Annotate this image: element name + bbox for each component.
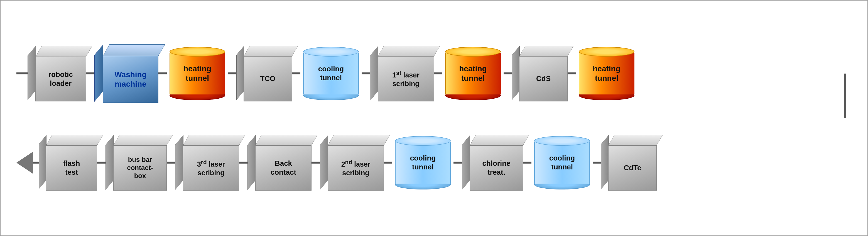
- bus-bar-label: bus barcontact-box: [127, 156, 153, 180]
- tco: TCO: [236, 46, 292, 101]
- cds-label: CdS: [536, 75, 551, 83]
- cr0: [33, 161, 39, 164]
- superscript-3: rd: [201, 159, 207, 165]
- superscript-2: nd: [345, 159, 352, 165]
- c6: [434, 72, 442, 75]
- cooling-tunnel-2: coolingtunnel: [392, 136, 454, 189]
- heating-tunnel-2: heatingtunnel: [442, 47, 504, 100]
- back-contact: Backcontact: [247, 135, 311, 190]
- cr7: [523, 161, 531, 164]
- c5: [362, 72, 370, 75]
- c4: [292, 72, 300, 75]
- bus-bar: bus barcontact-box: [105, 135, 167, 190]
- laser-scribing-1: 1st laserscribing: [370, 46, 434, 101]
- heating-tunnel-1: heatingtunnel: [167, 47, 228, 100]
- diagram-container: roboticloader Washingmachine heatingtunn…: [0, 0, 868, 236]
- chlorine-treat: chlorinetreat.: [462, 135, 523, 190]
- c7: [504, 72, 512, 75]
- cr1: [97, 161, 105, 164]
- cdte-label: CdTe: [624, 164, 641, 172]
- cr8: [593, 161, 601, 164]
- laser-scribing-3-label: 3rd laserscribing: [197, 159, 225, 177]
- c2: [158, 72, 167, 75]
- c1: [86, 72, 94, 75]
- laser-scribing-2: 2nd laserscribing: [320, 135, 384, 190]
- chlorine-treat-label: chlorinetreat.: [482, 159, 510, 176]
- cooling-tunnel-3-label: coolingtunnel: [549, 154, 575, 171]
- row1: roboticloader Washingmachine heatingtunn…: [17, 34, 851, 113]
- washing-machine-label: Washingmachine: [115, 70, 147, 89]
- cr4: [311, 161, 320, 164]
- cooling-tunnel-2-label: coolingtunnel: [410, 154, 436, 171]
- heating-tunnel-2-label: heatingtunnel: [459, 64, 487, 83]
- diagram-wrapper: roboticloader Washingmachine heatingtunn…: [17, 34, 851, 202]
- cooling-tunnel-1-label: coolingtunnel: [318, 65, 344, 82]
- cr5: [384, 161, 392, 164]
- robotic-loader-label: roboticloader: [49, 70, 73, 88]
- cooling-tunnel-3: coolingtunnel: [531, 136, 593, 189]
- output-arrow: [17, 152, 33, 174]
- laser-scribing-3: 3rd laserscribing: [175, 135, 239, 190]
- c8: [568, 72, 576, 75]
- washing-machine: Washingmachine: [94, 44, 158, 103]
- cooling-tunnel-1: coolingtunnel: [300, 47, 362, 100]
- superscript-1: st: [396, 70, 401, 76]
- cr6: [454, 161, 462, 164]
- heating-tunnel-1-label: heatingtunnel: [183, 64, 211, 83]
- heating-tunnel-3-label: heatingtunnel: [593, 64, 621, 83]
- c3: [228, 72, 236, 75]
- connector-h: [17, 72, 28, 75]
- cdte: CdTe: [601, 135, 657, 190]
- cds: CdS: [512, 46, 568, 101]
- laser-scribing-1-label: 1st laserscribing: [392, 70, 420, 88]
- flash-test: flashtest: [39, 135, 97, 190]
- flash-test-label: flashtest: [63, 159, 80, 176]
- cr2: [167, 161, 175, 164]
- vert-connector-right: [844, 73, 846, 118]
- cr3: [239, 161, 247, 164]
- back-contact-label: Backcontact: [271, 159, 296, 176]
- tco-label: TCO: [260, 75, 276, 83]
- robotic-loader: roboticloader: [28, 46, 86, 101]
- heating-tunnel-3: heatingtunnel: [576, 47, 637, 100]
- laser-scribing-2-label: 2nd laserscribing: [341, 159, 371, 177]
- row2: flashtest bus barcontact-box 3rd lasersc…: [17, 124, 851, 202]
